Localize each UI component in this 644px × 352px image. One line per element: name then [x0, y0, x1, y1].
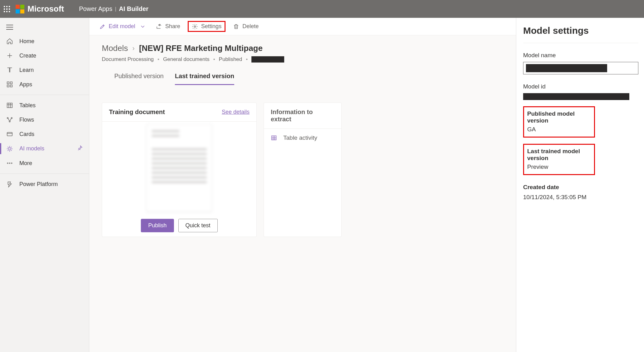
meta-subtype: General documents — [163, 56, 209, 63]
nav-item-home[interactable]: Home — [0, 34, 89, 48]
app-name[interactable]: Power Apps — [79, 5, 112, 13]
svg-point-13 — [194, 26, 196, 27]
training-document-card: Training document See details — [102, 103, 257, 237]
nav-item-power-platform[interactable]: Power Platform — [0, 177, 89, 191]
settings-label: Settings — [201, 23, 221, 30]
model-name-label: Model name — [523, 52, 638, 59]
svg-point-12 — [11, 163, 12, 164]
nav-item-flows[interactable]: Flows — [0, 113, 89, 127]
created-date-label: Created date — [523, 184, 638, 191]
model-settings-panel: Model settings Model name Model id Publi… — [516, 18, 644, 352]
microsoft-logo: Microsoft — [16, 4, 64, 14]
field-published-version: Published model version GA — [523, 106, 595, 138]
microsoft-logo-icon — [16, 5, 24, 13]
svg-point-10 — [7, 163, 8, 164]
breadcrumb: Models › [NEW] RFE Marketing Multipage — [102, 43, 503, 53]
settings-button[interactable]: Settings — [188, 21, 225, 32]
field-last-trained-version: Last trained model version Preview — [523, 144, 595, 175]
svg-point-9 — [8, 148, 11, 150]
home-icon — [6, 38, 13, 45]
nav-collapse-button[interactable] — [0, 18, 89, 33]
svg-rect-0 — [7, 82, 9, 84]
meta-type: Document Processing — [102, 56, 154, 63]
nav-label: Learn — [19, 67, 34, 73]
created-date-value: 10/11/2024, 5:35:05 PM — [523, 194, 638, 201]
nav-item-apps[interactable]: Apps — [0, 77, 89, 92]
plus-icon — [6, 52, 13, 59]
last-trained-version-value: Preview — [527, 163, 591, 170]
breadcrumb-current: [NEW] RFE Marketing Multipage — [139, 43, 263, 53]
nav-label: Power Platform — [19, 181, 58, 188]
tab-last-trained-version[interactable]: Last trained version — [175, 73, 234, 85]
chevron-down-icon — [140, 23, 146, 30]
nav-label: More — [19, 160, 32, 167]
quick-test-button[interactable]: Quick test — [178, 219, 218, 232]
svg-point-7 — [9, 121, 10, 122]
svg-rect-8 — [7, 133, 12, 136]
training-card-title: Training document — [109, 108, 165, 116]
info-card-title: Information to extract — [264, 103, 341, 128]
chevron-right-icon: › — [132, 44, 135, 53]
nav-item-create[interactable]: Create — [0, 48, 89, 63]
svg-rect-4 — [7, 103, 12, 108]
info-row-table-activity[interactable]: Table activity — [264, 128, 341, 147]
svg-rect-1 — [10, 82, 12, 84]
delete-button[interactable]: Delete — [230, 21, 261, 32]
nav-label: Cards — [19, 131, 34, 138]
nav-label: AI models — [19, 145, 44, 152]
book-icon — [6, 67, 13, 73]
last-trained-version-label: Last trained model version — [527, 148, 591, 162]
pin-icon[interactable] — [77, 145, 83, 152]
svg-point-6 — [11, 118, 12, 119]
settings-heading: Model settings — [523, 25, 638, 43]
power-platform-icon — [6, 181, 13, 188]
publish-button[interactable]: Publish — [141, 219, 174, 232]
brand-text: Microsoft — [27, 4, 64, 14]
nav-item-ai-models[interactable]: AI models — [0, 141, 89, 156]
breadcrumb-root[interactable]: Models — [102, 43, 128, 53]
table-icon — [271, 135, 277, 141]
gear-icon — [192, 23, 198, 30]
delete-label: Delete — [242, 23, 259, 30]
edit-model-button[interactable]: Edit model — [97, 21, 148, 32]
see-details-link[interactable]: See details — [222, 109, 250, 115]
field-model-name: Model name — [523, 52, 638, 74]
document-preview — [102, 122, 256, 214]
left-navigation: Home Create Learn — [0, 18, 89, 352]
nav-item-tables[interactable]: Tables — [0, 98, 89, 113]
svg-rect-2 — [7, 85, 9, 87]
sub-app-name[interactable]: AI Builder — [119, 5, 148, 13]
nav-item-cards[interactable]: Cards — [0, 127, 89, 141]
model-name-value-redacted — [526, 64, 607, 72]
nav-label: Create — [19, 53, 36, 59]
info-row-label: Table activity — [283, 134, 317, 141]
nav-label: Tables — [19, 102, 36, 109]
version-tabs: Published version Last trained version — [102, 63, 503, 85]
published-version-label: Published model version — [527, 110, 591, 124]
svg-rect-14 — [272, 136, 276, 140]
hamburger-icon — [6, 25, 13, 30]
share-button[interactable]: Share — [153, 21, 183, 32]
nav-label: Apps — [19, 81, 32, 88]
more-icon — [6, 160, 13, 167]
global-header: Microsoft Power Apps | AI Builder — [0, 0, 644, 18]
nav-label: Flows — [19, 117, 34, 123]
grid-icon — [6, 81, 13, 88]
trash-icon — [233, 23, 239, 30]
information-to-extract-card: Information to extract Table activity — [264, 103, 342, 237]
tab-published-version[interactable]: Published version — [114, 73, 164, 85]
model-id-value-redacted — [523, 93, 629, 100]
field-created-date: Created date 10/11/2024, 5:35:05 PM — [523, 184, 638, 201]
card-icon — [6, 131, 13, 138]
share-label: Share — [165, 23, 180, 30]
model-name-input[interactable] — [523, 62, 638, 74]
app-launcher-icon[interactable] — [4, 6, 10, 12]
table-icon — [6, 102, 13, 109]
svg-point-11 — [9, 163, 10, 164]
nav-label: Home — [19, 38, 34, 45]
flow-icon — [6, 116, 13, 123]
nav-item-learn[interactable]: Learn — [0, 63, 89, 77]
nav-item-more[interactable]: More — [0, 156, 89, 170]
edit-model-label: Edit model — [109, 23, 135, 30]
field-model-id: Model id — [523, 83, 638, 100]
